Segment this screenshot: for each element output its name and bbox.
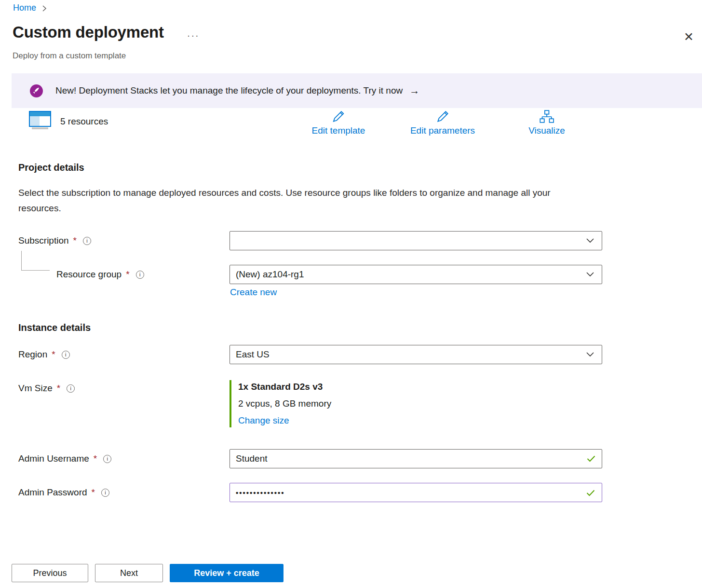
subscription-label: Subscription * i: [18, 235, 91, 246]
required-marker: *: [57, 383, 60, 394]
next-button[interactable]: Next: [95, 564, 163, 582]
region-value: East US: [236, 349, 270, 360]
breadcrumb-chevron-icon: [42, 4, 47, 12]
info-icon[interactable]: i: [101, 489, 109, 497]
review-create-button[interactable]: Review + create: [170, 564, 284, 582]
banner-message: New! Deployment Stacks let you manage th…: [55, 85, 403, 96]
chevron-down-icon: [586, 272, 594, 277]
pencil-icon: [331, 109, 346, 124]
required-marker: *: [94, 453, 97, 464]
required-marker: *: [126, 269, 129, 280]
rocket-icon: [30, 84, 43, 97]
breadcrumb-home-link[interactable]: Home: [13, 3, 36, 13]
chevron-down-icon: [586, 238, 594, 243]
change-size-link[interactable]: Change size: [238, 415, 289, 425]
required-marker: *: [73, 235, 77, 246]
valid-check-icon: [586, 490, 595, 496]
title-row: Custom deployment ···: [13, 23, 200, 41]
breadcrumb: Home: [13, 3, 47, 13]
edit-template-button[interactable]: Edit template: [309, 109, 368, 137]
close-icon[interactable]: ✕: [682, 29, 696, 45]
admin-password-label: Admin Password * i: [18, 487, 109, 498]
info-icon[interactable]: i: [62, 351, 70, 359]
admin-password-input[interactable]: ••••••••••••••: [230, 483, 602, 502]
required-marker: *: [52, 349, 55, 360]
edit-parameters-button[interactable]: Edit parameters: [407, 109, 478, 137]
project-details-heading: Project details: [18, 162, 84, 173]
info-icon[interactable]: i: [136, 271, 144, 279]
resource-group-select[interactable]: (New) az104-rg1: [230, 265, 602, 284]
page-title: Custom deployment: [13, 23, 164, 41]
hierarchy-connector-line: [21, 251, 50, 271]
admin-username-field-wrapper: [230, 449, 602, 468]
info-icon[interactable]: i: [67, 384, 75, 393]
visualize-button[interactable]: Visualize: [526, 109, 568, 137]
deployment-stacks-banner[interactable]: New! Deployment Stacks let you manage th…: [12, 73, 702, 108]
required-marker: *: [92, 487, 95, 498]
chevron-down-icon: [586, 352, 594, 357]
pencil-icon: [435, 109, 450, 124]
visualize-label: Visualize: [528, 125, 565, 136]
create-new-link[interactable]: Create new: [230, 287, 277, 298]
template-bar: 5 resources Edit template Edit parameter…: [0, 108, 702, 147]
resource-count: 5 resources: [60, 116, 108, 127]
vm-size-label: Vm Size * i: [18, 383, 75, 394]
subscription-select[interactable]: [230, 231, 602, 250]
resource-group-label: Resource group * i: [56, 269, 144, 280]
masked-password-value: ••••••••••••••: [236, 489, 285, 497]
valid-check-icon: [587, 455, 595, 462]
info-icon[interactable]: i: [103, 455, 111, 463]
project-details-description: Select the subscription to manage deploy…: [18, 185, 573, 216]
vm-size-selection: 1x Standard D2s v3 2 vcpus, 8 GB memory …: [230, 380, 331, 427]
previous-button[interactable]: Previous: [12, 564, 88, 582]
page-subtitle: Deploy from a custom template: [13, 51, 126, 61]
region-label: Region * i: [18, 349, 70, 360]
instance-details-heading: Instance details: [18, 322, 91, 333]
template-icon: [29, 111, 51, 132]
more-options-button[interactable]: ···: [187, 24, 200, 41]
region-select[interactable]: East US: [230, 345, 602, 364]
vm-size-name: 1x Standard D2s v3: [238, 382, 331, 392]
vm-size-specs: 2 vcpus, 8 GB memory: [238, 398, 331, 409]
hierarchy-icon: [540, 109, 554, 124]
custom-deployment-page: Home Custom deployment ··· ✕ Deploy from…: [0, 0, 702, 588]
admin-username-label: Admin Username * i: [18, 453, 111, 464]
info-icon[interactable]: i: [83, 237, 91, 245]
arrow-right-icon: →: [409, 85, 419, 96]
edit-template-label: Edit template: [312, 125, 365, 136]
resource-group-value: (New) az104-rg1: [236, 269, 304, 280]
admin-username-input[interactable]: [230, 449, 602, 468]
edit-parameters-label: Edit parameters: [410, 125, 475, 136]
